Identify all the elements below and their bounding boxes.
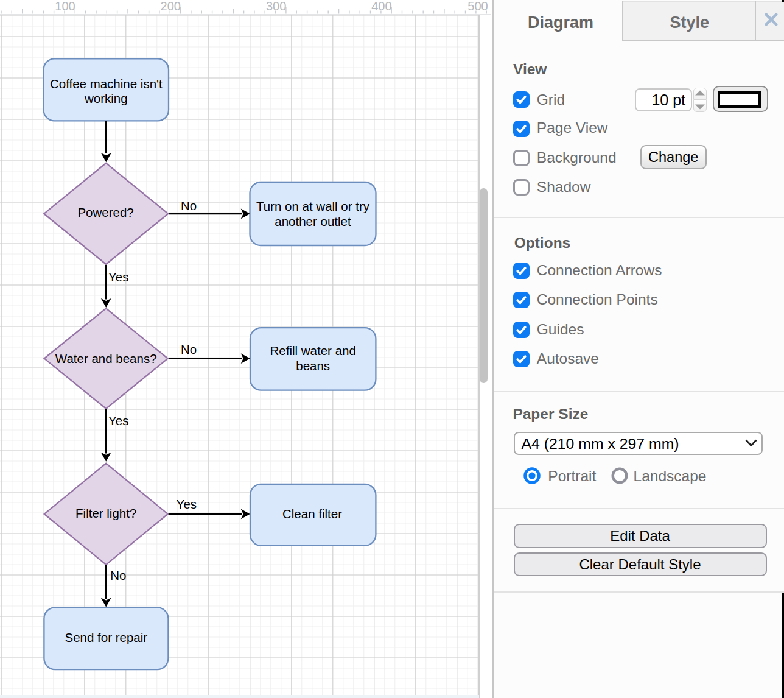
svg-text:No: No [181, 342, 197, 356]
svg-text:Powered?: Powered? [77, 205, 133, 219]
svg-text:another outlet: another outlet [275, 214, 351, 228]
svg-text:Clean filter: Clean filter [282, 507, 342, 521]
svg-text:Filter light?: Filter light? [75, 506, 136, 520]
svg-text:Turn on at wall or try: Turn on at wall or try [256, 199, 370, 213]
svg-text:Yes: Yes [177, 497, 197, 511]
svg-text:Refill water and: Refill water and [270, 344, 356, 358]
svg-text:Send for repair: Send for repair [65, 630, 147, 644]
svg-text:working: working [84, 91, 128, 105]
svg-text:beans: beans [296, 359, 330, 373]
svg-text:Yes: Yes [108, 270, 128, 284]
svg-text:No: No [181, 199, 197, 213]
svg-text:Coffee machine isn't: Coffee machine isn't [50, 77, 163, 91]
svg-text:Water and beans?: Water and beans? [55, 351, 157, 365]
svg-text:Yes: Yes [108, 414, 128, 428]
svg-text:No: No [110, 568, 126, 582]
